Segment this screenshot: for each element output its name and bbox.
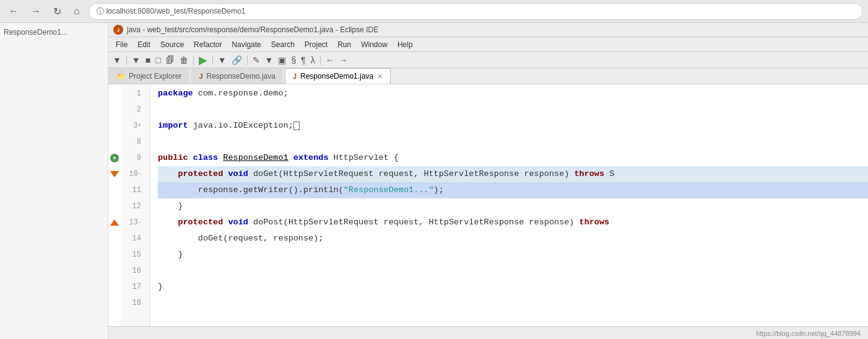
line-num-18: 18 <box>121 295 145 311</box>
forward-button[interactable]: → <box>27 4 45 18</box>
toolbar-btn-12[interactable]: § <box>289 55 298 66</box>
toolbar-btn-15[interactable]: ← <box>324 55 336 66</box>
gutter-10 <box>108 166 121 182</box>
ide-titlebar: J java - web_test/src/com/response/demo/… <box>108 23 868 37</box>
menu-project[interactable]: Project <box>300 39 332 50</box>
keyword-throws-doget: throws <box>574 166 604 182</box>
toolbar-btn-6[interactable]: 🗑 <box>178 55 190 66</box>
security-icon: ⓘ <box>97 6 104 17</box>
toolbar-sep-3 <box>212 55 213 65</box>
line-num-11: 11 <box>121 182 145 198</box>
toolbar-btn-4[interactable]: □ <box>154 55 162 66</box>
code-line-3: import java.io.IOException; <box>158 118 868 134</box>
menu-source[interactable]: Source <box>155 39 189 50</box>
toolbar-btn-10[interactable]: ▼ <box>263 55 276 66</box>
code-line-9: public class ResponseDemo1 extends HttpS… <box>158 150 868 166</box>
toolbar-btn-13[interactable]: ¶ <box>299 55 308 66</box>
menu-search[interactable]: Search <box>266 39 300 50</box>
menu-refactor[interactable]: Refactor <box>189 39 227 50</box>
gutter-icon-dopost <box>110 219 119 226</box>
address-bar[interactable]: ⓘ localhost:8080/web_test/ResponseDemo1 <box>89 3 863 20</box>
keyword-protected-doget: protected <box>178 166 223 182</box>
sidebar-content: ResponseDemo1... <box>0 23 108 42</box>
code-line-8 <box>158 134 868 150</box>
tab-project-explorer[interactable]: 📁 Project Explorer <box>108 68 189 84</box>
toolbar-btn-8[interactable]: 🔗 <box>230 55 244 66</box>
menu-help[interactable]: Help <box>393 39 418 50</box>
toolbar-btn-1[interactable]: ▼ <box>111 55 123 66</box>
tab-label-explorer: Project Explorer <box>129 72 181 81</box>
gutter-16 <box>108 263 121 279</box>
menu-navigate[interactable]: Navigate <box>227 39 266 50</box>
ide-area: J java - web_test/src/com/response/demo/… <box>108 23 868 339</box>
keyword-public: public <box>158 150 188 166</box>
toolbar-sep-5 <box>320 55 321 65</box>
toolbar: ▼ ▼ ■ □ 🗐 🗑 ▶ ▼ 🔗 ✎ ▼ ▣ § ¶ λ ← → <box>108 52 868 68</box>
code-line-11: response.getWriter().println("ResponseDe… <box>158 182 868 198</box>
ide-title: java - web_test/src/com/response/demo/Re… <box>127 25 378 34</box>
code-line-10: protected void doGet(HttpServletRequest … <box>158 166 868 182</box>
gutter-icon-class: ● <box>110 154 119 162</box>
keyword-extends: extends <box>293 150 329 166</box>
toolbar-btn-11[interactable]: ▣ <box>276 55 288 66</box>
tab-close-button[interactable]: ✕ <box>377 73 383 81</box>
keyword-protected-dopost: protected <box>178 214 223 231</box>
tab-response-demo1[interactable]: J ResponseDemo1.java ✕ <box>285 68 391 84</box>
code-line-14: doGet(request, response); <box>158 231 868 247</box>
tab-icon-explorer: 📁 <box>116 73 125 81</box>
toolbar-sep-1 <box>126 55 127 65</box>
sidebar-label: ResponseDemo1... <box>4 28 67 37</box>
status-bar: https://blog.csdn.net/qq_44878994 <box>108 326 868 339</box>
cursor-block <box>293 121 300 130</box>
menu-run[interactable]: Run <box>332 39 356 50</box>
toolbar-run[interactable]: ▶ <box>197 53 209 68</box>
url-text: localhost:8080/web_test/ResponseDemo1 <box>106 7 246 15</box>
gutter-4 <box>108 134 121 150</box>
eclipse-logo: J <box>113 25 123 35</box>
menu-edit[interactable]: Edit <box>132 39 155 50</box>
left-panel: ResponseDemo1... <box>0 23 108 339</box>
toolbar-btn-7[interactable]: ▼ <box>216 55 228 66</box>
toolbar-btn-5[interactable]: 🗐 <box>164 55 176 66</box>
code-line-16 <box>158 263 868 279</box>
toolbar-btn-14[interactable]: λ <box>309 55 317 66</box>
gutter-14 <box>108 231 121 247</box>
gutter-icon-doget <box>110 171 119 177</box>
tab-icon-java1: J <box>199 73 202 80</box>
tabs-bar: 📁 Project Explorer J ResponseDemo.java J… <box>108 68 868 84</box>
main-layout: ResponseDemo1... J java - web_test/src/c… <box>0 23 868 339</box>
menu-window[interactable]: Window <box>356 39 393 50</box>
back-button[interactable]: ← <box>5 4 22 18</box>
line-num-14: 14 <box>121 231 145 247</box>
toolbar-sep-2 <box>193 55 194 65</box>
refresh-button[interactable]: ↻ <box>50 4 65 19</box>
gutter-2 <box>108 102 121 118</box>
keyword-throws-dopost: throws <box>579 214 610 231</box>
tab-icon-java2: J <box>293 73 297 80</box>
code-line-18 <box>158 295 868 311</box>
menu-file[interactable]: File <box>111 39 132 50</box>
gutter-17 <box>108 279 121 295</box>
code-area[interactable]: package com.response.demo; import java.i… <box>150 84 868 326</box>
tab-label-java1: ResponseDemo.java <box>207 72 276 81</box>
menu-bar: File Edit Source Refactor Navigate Searc… <box>108 37 868 52</box>
code-line-2 <box>158 102 868 118</box>
tab-label-java2: ResponseDemo1.java <box>300 72 373 81</box>
browser-chrome: ← → ↻ ⌂ ⓘ localhost:8080/web_test/Respon… <box>0 0 868 23</box>
toolbar-btn-16[interactable]: → <box>337 55 350 66</box>
line-num-3: 3+ <box>121 118 145 134</box>
toolbar-btn-3[interactable]: ■ <box>144 55 152 66</box>
gutter-9: ● <box>108 150 121 166</box>
gutter-13 <box>108 214 121 231</box>
line-num-16: 16 <box>121 263 145 279</box>
line-numbers: 1 2 3+ 8 9 10- 11 12 13- 14 15 16 17 18 <box>121 84 150 326</box>
sidebar-item[interactable]: ResponseDemo1... <box>2 25 105 39</box>
code-line-13: protected void doPost(HttpServletRequest… <box>158 214 868 231</box>
toolbar-btn-9[interactable]: ✎ <box>251 55 262 66</box>
home-button[interactable]: ⌂ <box>70 4 84 18</box>
editor[interactable]: ● 1 2 3+ 8 <box>108 84 868 326</box>
gutter-11 <box>108 182 121 198</box>
toolbar-sep-4 <box>247 55 248 65</box>
tab-response-demo[interactable]: J ResponseDemo.java <box>191 68 284 84</box>
toolbar-btn-2[interactable]: ▼ <box>130 55 142 66</box>
